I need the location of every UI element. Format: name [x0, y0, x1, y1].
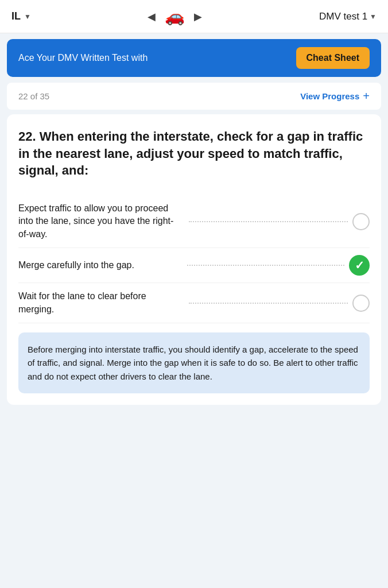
test-label: DMV test 1: [319, 11, 367, 22]
top-nav-bar: IL ▼ ◀ 🚗 ▶ DMV test 1 ▼: [0, 0, 388, 33]
answer-label-2: Merge carefully into the gap.: [18, 259, 183, 272]
state-selector[interactable]: IL ▼: [11, 10, 31, 22]
nav-center: ◀ 🚗 ▶: [148, 7, 202, 26]
test-dropdown-icon: ▼: [370, 13, 377, 21]
explanation-box: Before merging into interstate traffic, …: [18, 332, 370, 393]
progress-row: 22 of 35 View Progress +: [7, 83, 381, 110]
next-arrow-icon[interactable]: ▶: [194, 10, 202, 23]
answer-option-3[interactable]: Wait for the lane to clear before mergin…: [18, 283, 370, 323]
progress-counter: 22 of 35: [18, 91, 49, 101]
dotted-separator-3: [189, 303, 348, 304]
banner-text: Ace Your DMV Written Test with: [18, 53, 148, 63]
car-icon: 🚗: [165, 7, 185, 26]
question-text: 22. When entering the interstate, check …: [18, 128, 370, 179]
state-dropdown-icon: ▼: [24, 13, 31, 21]
radio-button-3[interactable]: [352, 295, 370, 312]
radio-button-correct-2[interactable]: [349, 255, 370, 276]
dotted-separator-2: [187, 265, 344, 266]
prev-arrow-icon[interactable]: ◀: [148, 10, 156, 23]
radio-button-1[interactable]: [352, 213, 370, 230]
plus-icon: +: [363, 90, 370, 103]
answer-option-1[interactable]: Expect traffic to allow you to proceed i…: [18, 195, 370, 248]
promo-banner: Ace Your DMV Written Test with Cheat She…: [7, 39, 381, 77]
state-label: IL: [11, 10, 21, 22]
answer-label-3: Wait for the lane to clear before mergin…: [18, 290, 184, 316]
test-selector[interactable]: DMV test 1 ▼: [319, 11, 377, 22]
view-progress-button[interactable]: View Progress +: [300, 90, 370, 103]
answer-option-2[interactable]: Merge carefully into the gap.: [18, 248, 370, 283]
answer-label-1: Expect traffic to allow you to proceed i…: [18, 202, 184, 241]
view-progress-label: View Progress: [300, 91, 359, 101]
cheat-sheet-button[interactable]: Cheat Sheet: [296, 47, 370, 69]
dotted-separator-1: [189, 221, 348, 222]
explanation-text: Before merging into interstate traffic, …: [28, 343, 360, 383]
question-card: 22. When entering the interstate, check …: [7, 114, 381, 405]
